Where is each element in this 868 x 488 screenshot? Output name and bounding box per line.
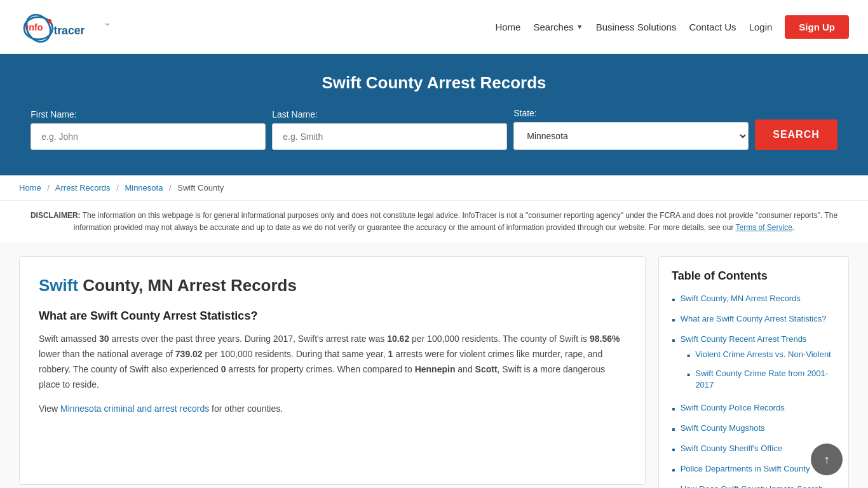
toc-item-2: ▪ What are Swift County Arrest Statistic…	[672, 313, 836, 327]
svg-text:tracer: tracer	[53, 24, 85, 37]
toc-sub-bullet-3-1: ▪	[687, 349, 691, 363]
toc-link-8[interactable]: How Does Swift County Inmate Search Work…	[681, 484, 836, 488]
logo[interactable]: info tracer ™	[19, 8, 121, 46]
toc-subitem-3-2: ▪ Swift County Crime Rate from 2001-2017	[687, 368, 836, 391]
main-nav: Home Searches ▼ Business Solutions Conta…	[495, 15, 849, 39]
last-name-input[interactable]	[272, 123, 507, 150]
scroll-top-arrow-icon: ↑	[824, 452, 830, 467]
toc-item-5: ▪ Swift County Mugshots	[672, 423, 836, 437]
nav-searches[interactable]: Searches ▼	[533, 22, 583, 32]
breadcrumb-sep-3: /	[169, 183, 172, 193]
toc-sub-bullet-3-2: ▪	[687, 369, 691, 382]
main-content: Swift County, MN Arrest Records What are…	[0, 243, 868, 488]
mn-criminal-records-link[interactable]: Minnesota criminal and arrest records	[60, 403, 209, 414]
first-name-input[interactable]	[31, 123, 266, 150]
toc-item-8: ▪ How Does Swift County Inmate Search Wo…	[672, 484, 836, 488]
article-title-highlight: Swift	[39, 276, 78, 295]
state-label: State:	[513, 108, 537, 118]
section1-paragraph2: View Minnesota criminal and arrest recor…	[39, 402, 626, 417]
article: Swift County, MN Arrest Records What are…	[19, 256, 646, 485]
last-name-group: Last Name:	[272, 109, 507, 150]
toc-bullet-4: ▪	[672, 403, 675, 416]
first-name-group: First Name:	[31, 109, 266, 150]
last-name-label: Last Name:	[272, 109, 318, 119]
breadcrumb-sep-1: /	[47, 183, 50, 193]
breadcrumb: Home / Arrest Records / Minnesota / Swif…	[0, 175, 868, 201]
breadcrumb-minnesota[interactable]: Minnesota	[125, 183, 163, 193]
toc-link-5[interactable]: Swift County Mugshots	[681, 423, 765, 434]
site-header: info tracer ™ Home Searches ▼ Business S…	[0, 0, 868, 54]
article-title-rest: County, MN Arrest Records	[78, 276, 297, 295]
section1-heading: What are Swift County Arrest Statistics?	[39, 309, 626, 323]
article-title: Swift County, MN Arrest Records	[39, 276, 626, 295]
first-name-label: First Name:	[31, 109, 76, 119]
disclaimer-text: The information on this webpage is for g…	[74, 211, 837, 232]
search-button[interactable]: SEARCH	[755, 119, 837, 150]
toc-item-4: ▪ Swift County Police Records	[672, 402, 836, 416]
toc-bullet-1: ▪	[672, 294, 675, 307]
toc-sublink-3-1[interactable]: Violent Crime Arrests vs. Non-Violent	[695, 349, 831, 360]
toc-sublink-3-2[interactable]: Swift County Crime Rate from 2001-2017	[695, 368, 836, 391]
toc-subitem-3-1: ▪ Violent Crime Arrests vs. Non-Violent	[687, 349, 836, 363]
svg-text:™: ™	[104, 22, 109, 28]
hero-section: Swift County Arrest Records First Name: …	[0, 54, 868, 175]
toc-link-2[interactable]: What are Swift County Arrest Statistics?	[681, 313, 827, 325]
state-select[interactable]: Minnesota Alabama Alaska Arizona Califor…	[513, 122, 749, 150]
toc-bullet-8: ▪	[672, 484, 675, 488]
toc-bullet-3: ▪	[672, 334, 675, 348]
hero-title: Swift County Arrest Records	[13, 73, 855, 93]
toc-item-1: ▪ Swift County, MN Arrest Records	[672, 293, 836, 307]
disclaimer-banner: DISCLAIMER: The information on this webp…	[0, 201, 868, 243]
toc-bullet-6: ▪	[672, 444, 675, 457]
toc-item-7: ▪ Police Departments in Swift County	[672, 463, 836, 477]
section1-paragraph1: Swift amassed 30 arrests over the past t…	[39, 332, 626, 392]
nav-contact-us[interactable]: Contact Us	[689, 22, 736, 32]
toc-link-1[interactable]: Swift County, MN Arrest Records	[681, 293, 801, 304]
toc-item-3: ▪ Swift County Recent Arrest Trends ▪ Vi…	[672, 334, 836, 396]
svg-text:info: info	[26, 22, 43, 32]
signup-button[interactable]: Sign Up	[785, 15, 849, 39]
terms-of-service-link[interactable]: Terms of Service	[736, 223, 792, 232]
toc-sublist-3: ▪ Violent Crime Arrests vs. Non-Violent …	[681, 349, 836, 391]
toc-bullet-2: ▪	[672, 314, 675, 327]
toc-link-4[interactable]: Swift County Police Records	[681, 402, 785, 414]
toc-bullet-7: ▪	[672, 464, 675, 477]
logo-svg: info tracer ™	[19, 8, 121, 46]
state-group: State: Minnesota Alabama Alaska Arizona …	[513, 108, 749, 150]
toc-link-6[interactable]: Swift County Sheriff's Office	[681, 443, 782, 454]
breadcrumb-swift-county: Swift County	[177, 183, 224, 193]
nav-login[interactable]: Login	[749, 22, 773, 32]
search-form: First Name: Last Name: State: Minnesota …	[13, 108, 855, 150]
nav-business-solutions[interactable]: Business Solutions	[596, 22, 677, 32]
scroll-to-top-button[interactable]: ↑	[811, 444, 843, 475]
toc-title: Table of Contents	[672, 269, 836, 283]
chevron-down-icon: ▼	[576, 23, 583, 30]
breadcrumb-sep-2: /	[116, 183, 119, 193]
svg-point-2	[48, 19, 51, 23]
disclaimer-period: .	[792, 223, 794, 232]
toc-link-7[interactable]: Police Departments in Swift County	[681, 463, 810, 475]
toc-bullet-5: ▪	[672, 423, 675, 437]
nav-home[interactable]: Home	[495, 22, 520, 32]
toc-link-3[interactable]: Swift County Recent Arrest Trends	[681, 334, 807, 344]
breadcrumb-arrest-records[interactable]: Arrest Records	[55, 183, 111, 193]
disclaimer-label: DISCLAIMER:	[31, 211, 81, 220]
breadcrumb-home[interactable]: Home	[19, 183, 41, 193]
